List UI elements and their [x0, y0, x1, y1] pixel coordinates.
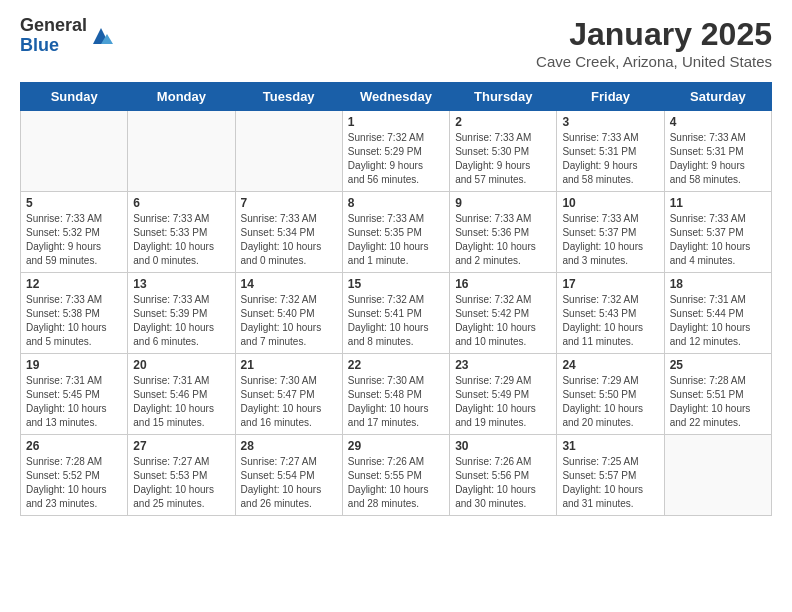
day-number: 14: [241, 277, 337, 291]
day-cell: 15Sunrise: 7:32 AM Sunset: 5:41 PM Dayli…: [342, 273, 449, 354]
day-info: Sunrise: 7:33 AM Sunset: 5:33 PM Dayligh…: [133, 212, 229, 268]
header-tuesday: Tuesday: [235, 83, 342, 111]
day-info: Sunrise: 7:27 AM Sunset: 5:54 PM Dayligh…: [241, 455, 337, 511]
day-number: 18: [670, 277, 766, 291]
day-cell: 14Sunrise: 7:32 AM Sunset: 5:40 PM Dayli…: [235, 273, 342, 354]
day-info: Sunrise: 7:33 AM Sunset: 5:39 PM Dayligh…: [133, 293, 229, 349]
day-cell: [235, 111, 342, 192]
day-info: Sunrise: 7:28 AM Sunset: 5:51 PM Dayligh…: [670, 374, 766, 430]
day-cell: 25Sunrise: 7:28 AM Sunset: 5:51 PM Dayli…: [664, 354, 771, 435]
day-info: Sunrise: 7:32 AM Sunset: 5:43 PM Dayligh…: [562, 293, 658, 349]
day-number: 5: [26, 196, 122, 210]
day-cell: 10Sunrise: 7:33 AM Sunset: 5:37 PM Dayli…: [557, 192, 664, 273]
day-info: Sunrise: 7:33 AM Sunset: 5:36 PM Dayligh…: [455, 212, 551, 268]
day-number: 30: [455, 439, 551, 453]
header-monday: Monday: [128, 83, 235, 111]
week-row-3: 19Sunrise: 7:31 AM Sunset: 5:45 PM Dayli…: [21, 354, 772, 435]
day-number: 3: [562, 115, 658, 129]
day-number: 11: [670, 196, 766, 210]
day-cell: 20Sunrise: 7:31 AM Sunset: 5:46 PM Dayli…: [128, 354, 235, 435]
day-number: 12: [26, 277, 122, 291]
day-info: Sunrise: 7:33 AM Sunset: 5:31 PM Dayligh…: [670, 131, 766, 187]
day-number: 27: [133, 439, 229, 453]
day-number: 16: [455, 277, 551, 291]
calendar-subtitle: Cave Creek, Arizona, United States: [536, 53, 772, 70]
day-info: Sunrise: 7:30 AM Sunset: 5:48 PM Dayligh…: [348, 374, 444, 430]
day-number: 8: [348, 196, 444, 210]
header-row: Sunday Monday Tuesday Wednesday Thursday…: [21, 83, 772, 111]
day-number: 1: [348, 115, 444, 129]
day-number: 13: [133, 277, 229, 291]
day-cell: 8Sunrise: 7:33 AM Sunset: 5:35 PM Daylig…: [342, 192, 449, 273]
day-info: Sunrise: 7:31 AM Sunset: 5:44 PM Dayligh…: [670, 293, 766, 349]
day-info: Sunrise: 7:33 AM Sunset: 5:38 PM Dayligh…: [26, 293, 122, 349]
header-friday: Friday: [557, 83, 664, 111]
day-cell: [664, 435, 771, 516]
day-cell: [21, 111, 128, 192]
day-number: 25: [670, 358, 766, 372]
day-number: 9: [455, 196, 551, 210]
day-cell: 1Sunrise: 7:32 AM Sunset: 5:29 PM Daylig…: [342, 111, 449, 192]
day-info: Sunrise: 7:32 AM Sunset: 5:42 PM Dayligh…: [455, 293, 551, 349]
day-cell: 6Sunrise: 7:33 AM Sunset: 5:33 PM Daylig…: [128, 192, 235, 273]
day-info: Sunrise: 7:25 AM Sunset: 5:57 PM Dayligh…: [562, 455, 658, 511]
day-cell: 30Sunrise: 7:26 AM Sunset: 5:56 PM Dayli…: [450, 435, 557, 516]
day-cell: 9Sunrise: 7:33 AM Sunset: 5:36 PM Daylig…: [450, 192, 557, 273]
week-row-4: 26Sunrise: 7:28 AM Sunset: 5:52 PM Dayli…: [21, 435, 772, 516]
day-cell: 5Sunrise: 7:33 AM Sunset: 5:32 PM Daylig…: [21, 192, 128, 273]
header-wednesday: Wednesday: [342, 83, 449, 111]
day-cell: 28Sunrise: 7:27 AM Sunset: 5:54 PM Dayli…: [235, 435, 342, 516]
header: General Blue January 2025 Cave Creek, Ar…: [20, 16, 772, 70]
week-row-0: 1Sunrise: 7:32 AM Sunset: 5:29 PM Daylig…: [21, 111, 772, 192]
header-thursday: Thursday: [450, 83, 557, 111]
day-info: Sunrise: 7:33 AM Sunset: 5:37 PM Dayligh…: [670, 212, 766, 268]
logo-text: General Blue: [20, 16, 87, 56]
day-info: Sunrise: 7:26 AM Sunset: 5:55 PM Dayligh…: [348, 455, 444, 511]
logo-blue: Blue: [20, 36, 87, 56]
day-info: Sunrise: 7:29 AM Sunset: 5:50 PM Dayligh…: [562, 374, 658, 430]
day-number: 6: [133, 196, 229, 210]
day-info: Sunrise: 7:33 AM Sunset: 5:31 PM Dayligh…: [562, 131, 658, 187]
day-number: 19: [26, 358, 122, 372]
day-number: 17: [562, 277, 658, 291]
logo-icon: [89, 24, 113, 48]
day-cell: 2Sunrise: 7:33 AM Sunset: 5:30 PM Daylig…: [450, 111, 557, 192]
day-cell: 21Sunrise: 7:30 AM Sunset: 5:47 PM Dayli…: [235, 354, 342, 435]
day-number: 2: [455, 115, 551, 129]
day-cell: 11Sunrise: 7:33 AM Sunset: 5:37 PM Dayli…: [664, 192, 771, 273]
day-number: 15: [348, 277, 444, 291]
day-info: Sunrise: 7:31 AM Sunset: 5:46 PM Dayligh…: [133, 374, 229, 430]
week-row-1: 5Sunrise: 7:33 AM Sunset: 5:32 PM Daylig…: [21, 192, 772, 273]
day-cell: 24Sunrise: 7:29 AM Sunset: 5:50 PM Dayli…: [557, 354, 664, 435]
day-number: 20: [133, 358, 229, 372]
day-cell: 22Sunrise: 7:30 AM Sunset: 5:48 PM Dayli…: [342, 354, 449, 435]
day-info: Sunrise: 7:28 AM Sunset: 5:52 PM Dayligh…: [26, 455, 122, 511]
day-cell: 3Sunrise: 7:33 AM Sunset: 5:31 PM Daylig…: [557, 111, 664, 192]
day-number: 26: [26, 439, 122, 453]
day-cell: 4Sunrise: 7:33 AM Sunset: 5:31 PM Daylig…: [664, 111, 771, 192]
day-info: Sunrise: 7:33 AM Sunset: 5:34 PM Dayligh…: [241, 212, 337, 268]
day-info: Sunrise: 7:32 AM Sunset: 5:40 PM Dayligh…: [241, 293, 337, 349]
day-info: Sunrise: 7:33 AM Sunset: 5:35 PM Dayligh…: [348, 212, 444, 268]
day-cell: [128, 111, 235, 192]
day-info: Sunrise: 7:32 AM Sunset: 5:41 PM Dayligh…: [348, 293, 444, 349]
day-number: 29: [348, 439, 444, 453]
day-cell: 31Sunrise: 7:25 AM Sunset: 5:57 PM Dayli…: [557, 435, 664, 516]
header-sunday: Sunday: [21, 83, 128, 111]
day-cell: 26Sunrise: 7:28 AM Sunset: 5:52 PM Dayli…: [21, 435, 128, 516]
day-number: 23: [455, 358, 551, 372]
day-info: Sunrise: 7:33 AM Sunset: 5:30 PM Dayligh…: [455, 131, 551, 187]
day-cell: 12Sunrise: 7:33 AM Sunset: 5:38 PM Dayli…: [21, 273, 128, 354]
day-info: Sunrise: 7:26 AM Sunset: 5:56 PM Dayligh…: [455, 455, 551, 511]
day-info: Sunrise: 7:29 AM Sunset: 5:49 PM Dayligh…: [455, 374, 551, 430]
day-number: 28: [241, 439, 337, 453]
day-number: 21: [241, 358, 337, 372]
title-section: January 2025 Cave Creek, Arizona, United…: [536, 16, 772, 70]
day-cell: 16Sunrise: 7:32 AM Sunset: 5:42 PM Dayli…: [450, 273, 557, 354]
day-number: 7: [241, 196, 337, 210]
day-cell: 27Sunrise: 7:27 AM Sunset: 5:53 PM Dayli…: [128, 435, 235, 516]
day-info: Sunrise: 7:33 AM Sunset: 5:37 PM Dayligh…: [562, 212, 658, 268]
day-number: 24: [562, 358, 658, 372]
day-number: 4: [670, 115, 766, 129]
day-number: 22: [348, 358, 444, 372]
